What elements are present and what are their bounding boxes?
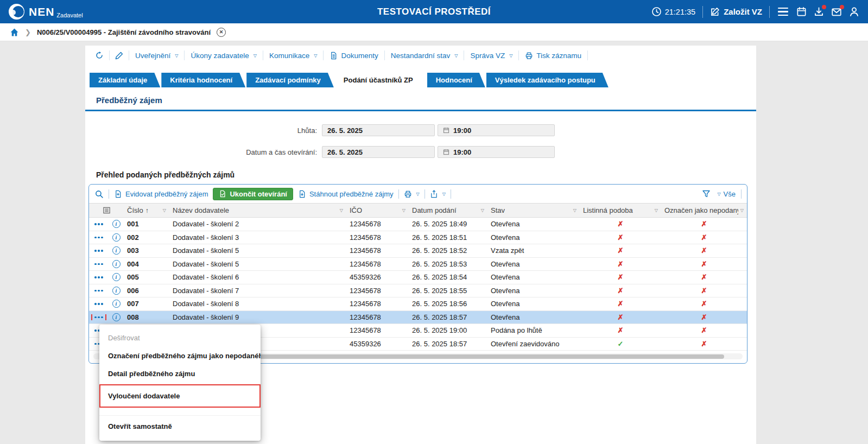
form-row-lhuta: Lhůta: 26. 5. 2025 19:00 bbox=[85, 124, 756, 136]
row-menu-button[interactable] bbox=[93, 234, 105, 241]
table-row[interactable]: i 001 Dodavatel - školení 2 12345678 26.… bbox=[89, 218, 747, 231]
listinna-podoba-mark bbox=[618, 246, 624, 255]
breadcrumb: ❯ N006/25/V00004995 - Zajištění závodníh… bbox=[0, 23, 868, 41]
print-table-button[interactable]: ▽ bbox=[404, 190, 420, 198]
nen-logo[interactable]: NEN Zadavatel bbox=[9, 4, 83, 20]
close-record-icon[interactable]: ✕ bbox=[217, 28, 226, 37]
column-header[interactable]: IČO ▽ bbox=[346, 204, 409, 217]
table-row[interactable]: i 006 Dodavatel - školení 7 12345678 26.… bbox=[89, 284, 747, 298]
info-icon[interactable]: i bbox=[112, 233, 121, 242]
row-menu-button[interactable] bbox=[93, 248, 105, 254]
column-filter-caret-icon[interactable]: ▽ bbox=[402, 208, 406, 213]
chevron-down-icon: ▽ bbox=[717, 192, 720, 196]
lhuta-time-field[interactable]: 19:00 bbox=[438, 124, 555, 136]
row-menu-button[interactable] bbox=[93, 301, 105, 307]
cell-ico: 12345678 bbox=[346, 220, 409, 228]
calendar-icon[interactable] bbox=[796, 7, 807, 17]
table-row[interactable]: i 008 Dodavatel - školení 9 12345678 26.… bbox=[89, 311, 747, 325]
cell-cislo: 002 bbox=[124, 233, 169, 242]
column-filter-caret-icon[interactable]: ▽ bbox=[573, 208, 576, 213]
tab[interactable]: Zadávací podmínky bbox=[246, 73, 334, 87]
info-icon[interactable]: i bbox=[112, 287, 121, 295]
column-header[interactable]: Datum podání ▽ bbox=[409, 204, 487, 217]
create-vz-button[interactable]: Založit VZ bbox=[710, 7, 762, 17]
table-row[interactable]: i 005 Dodavatel - školení 6 45359326 26.… bbox=[89, 271, 747, 284]
cell-stav: Otevření zaevidováno bbox=[487, 340, 580, 348]
column-header[interactable]: Název dodavatele ▽ bbox=[169, 204, 346, 217]
ukoncit-oteviranie-button[interactable]: Ukončit otevírání bbox=[213, 188, 293, 200]
lhuta-date-value: 26. 5. 2025 bbox=[327, 126, 363, 135]
ukoncit-label: Ukončit otevírání bbox=[230, 190, 287, 198]
evidovat-label: Evidovat předběžný zájem bbox=[125, 190, 208, 198]
info-icon[interactable]: i bbox=[112, 300, 121, 308]
info-icon[interactable]: i bbox=[112, 220, 121, 228]
toolbar-item-komunikace[interactable]: Komunikace▽ bbox=[263, 50, 324, 60]
tab[interactable]: Základní údaje bbox=[90, 73, 160, 87]
document-plus-icon bbox=[114, 190, 122, 198]
column-settings-button[interactable] bbox=[89, 204, 124, 217]
menu-item-oznaceni-nepodaneho[interactable]: Označení předběžného zájmu jako nepodané… bbox=[99, 347, 261, 365]
menu-hamburger-icon[interactable] bbox=[777, 7, 789, 17]
table-row[interactable]: i 007 Dodavatel - školení 8 12345678 26.… bbox=[89, 297, 747, 311]
menu-item-detail[interactable]: Detail předběžného zájmu bbox=[99, 365, 261, 383]
table-row[interactable]: i 002 Dodavatel - školení 3 12345678 26.… bbox=[89, 231, 747, 245]
tab[interactable]: Podání účastníků ZP bbox=[335, 73, 426, 87]
home-icon[interactable] bbox=[10, 28, 19, 37]
evidovat-button[interactable]: Evidovat předběžný zájem bbox=[114, 190, 208, 198]
toolbar-item-nestandardni-stav[interactable]: Nestandardní stav▽ bbox=[385, 50, 465, 60]
menu-item-otevrit-samostatne[interactable]: Otevřít samostatně bbox=[99, 415, 261, 435]
row-menu-button[interactable] bbox=[93, 274, 105, 281]
toolbar-item-ukony-zadavatele[interactable]: Úkony zadavatele▽ bbox=[185, 50, 263, 60]
toolbar-item-sprava-vz[interactable]: Správa VZ▽ bbox=[464, 50, 519, 60]
otevirani-date-field[interactable]: 26. 5. 2025 bbox=[322, 146, 435, 158]
filter-preset-dropdown[interactable]: ▽ Vše bbox=[716, 190, 736, 198]
otevirani-time-field[interactable]: 19:00 bbox=[438, 146, 555, 158]
column-filter-caret-icon[interactable]: ▽ bbox=[163, 208, 166, 213]
table-row[interactable]: i 003 Dodavatel - školení 5 12345678 26.… bbox=[89, 244, 747, 258]
edit-pencil-button[interactable] bbox=[110, 50, 129, 60]
tab[interactable]: Kritéria hodnocení bbox=[161, 73, 245, 87]
section-header: Předběžný zájem bbox=[85, 96, 756, 111]
column-filter-caret-icon[interactable]: ▽ bbox=[655, 208, 658, 213]
clock-icon bbox=[651, 7, 662, 17]
menu-item-vylouceni-dodavatele[interactable]: Vyloučení dodavatele bbox=[99, 384, 261, 408]
stahnout-button[interactable]: Stáhnout předběžné zájmy bbox=[298, 190, 394, 198]
info-icon[interactable]: i bbox=[112, 313, 121, 321]
row-menu-button[interactable] bbox=[93, 314, 105, 321]
row-menu-button[interactable] bbox=[93, 288, 105, 294]
downloads-icon[interactable] bbox=[814, 7, 824, 17]
toolbar-item-tisk-zaznamu[interactable]: Tisk záznamu bbox=[519, 50, 588, 60]
user-profile-icon[interactable] bbox=[849, 7, 859, 17]
listinna-podoba-mark bbox=[618, 326, 624, 334]
history-button[interactable] bbox=[90, 50, 110, 60]
tab[interactable]: Výsledek zadávacího postupu bbox=[486, 73, 609, 87]
info-icon[interactable]: i bbox=[112, 260, 121, 268]
create-vz-label: Založit VZ bbox=[724, 7, 762, 16]
table-row[interactable]: i 004 Dodavatel - školení 5 12345678 26.… bbox=[89, 258, 747, 271]
column-header[interactable]: Číslo ↑ ▽ bbox=[124, 204, 169, 217]
toolbar-item-dokumenty[interactable]: Dokumenty bbox=[324, 50, 384, 60]
column-filter-caret-icon[interactable]: ▽ bbox=[340, 208, 343, 213]
cell-nazev-dodavatele: Dodavatel - školení 5 bbox=[169, 246, 346, 255]
filter-funnel-icon[interactable] bbox=[702, 189, 711, 198]
cell-nazev-dodavatele: Dodavatel - školení 2 bbox=[169, 220, 346, 228]
toolbar-item-uverejneni[interactable]: Uveřejnění▽ bbox=[129, 50, 185, 60]
column-filter-caret-icon[interactable]: ▽ bbox=[481, 208, 484, 213]
column-header[interactable]: Označen jako nepodaný ▽ bbox=[661, 204, 747, 217]
mail-icon[interactable] bbox=[831, 7, 842, 17]
row-menu-button[interactable] bbox=[93, 261, 105, 268]
column-header[interactable]: Listinná podoba ▽ bbox=[580, 204, 661, 217]
calendar-small-icon bbox=[443, 149, 449, 155]
lhuta-date-field[interactable]: 26. 5. 2025 bbox=[322, 124, 435, 136]
column-header[interactable]: Stav ▽ bbox=[487, 204, 580, 217]
tab[interactable]: Hodnocení bbox=[427, 73, 485, 87]
column-filter-caret-icon[interactable]: ▽ bbox=[740, 208, 744, 213]
export-button[interactable]: ▽ bbox=[430, 190, 446, 198]
row-menu-button[interactable] bbox=[93, 221, 105, 227]
search-icon[interactable] bbox=[94, 189, 104, 199]
info-icon[interactable]: i bbox=[112, 273, 121, 281]
cell-datum-podani: 26. 5. 2025 18:52 bbox=[409, 246, 487, 255]
cell-stav: Otevřena bbox=[487, 220, 580, 228]
separator bbox=[398, 189, 399, 199]
info-icon[interactable]: i bbox=[112, 246, 121, 255]
